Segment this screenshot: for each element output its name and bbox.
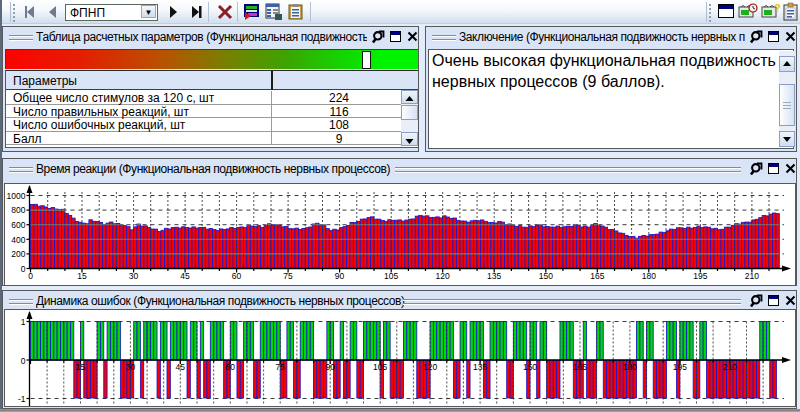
svg-text:210: 210 (723, 362, 737, 372)
svg-text:1: 1 (21, 317, 26, 327)
svg-text:30: 30 (129, 271, 139, 281)
svg-text:105: 105 (384, 271, 398, 281)
svg-text:135: 135 (487, 271, 501, 281)
svg-text:0: 0 (28, 271, 33, 281)
svg-text:195: 195 (673, 362, 687, 372)
svg-text:210: 210 (745, 271, 759, 281)
svg-text:200: 200 (11, 249, 25, 259)
svg-text:180: 180 (623, 362, 637, 372)
svg-text:165: 165 (590, 271, 604, 281)
svg-text:?: ? (774, 2, 781, 14)
svg-text:60: 60 (232, 271, 242, 281)
svg-text:1000: 1000 (7, 191, 26, 201)
svg-text:180: 180 (642, 271, 656, 281)
svg-text:400: 400 (11, 235, 25, 245)
svg-text:0: 0 (21, 264, 26, 274)
svg-text:195: 195 (693, 271, 707, 281)
svg-text:-1: -1 (18, 394, 26, 404)
svg-text:165: 165 (573, 362, 587, 372)
svg-text:600: 600 (11, 220, 25, 230)
svg-text:90: 90 (325, 362, 335, 372)
svg-text:75: 75 (283, 271, 293, 281)
svg-text:120: 120 (436, 271, 450, 281)
svg-text:0: 0 (21, 356, 26, 366)
svg-text:75: 75 (275, 362, 285, 372)
svg-text:135: 135 (473, 362, 487, 372)
svg-text:150: 150 (539, 271, 553, 281)
svg-text:45: 45 (176, 362, 186, 372)
svg-text:15: 15 (77, 271, 87, 281)
svg-text:90: 90 (335, 271, 345, 281)
svg-text:120: 120 (423, 362, 437, 372)
svg-text:30: 30 (126, 362, 136, 372)
svg-text:60: 60 (226, 362, 236, 372)
svg-text:45: 45 (180, 271, 190, 281)
svg-text:150: 150 (523, 362, 537, 372)
svg-text:105: 105 (373, 362, 387, 372)
svg-text:15: 15 (76, 362, 86, 372)
svg-text:800: 800 (11, 205, 25, 215)
